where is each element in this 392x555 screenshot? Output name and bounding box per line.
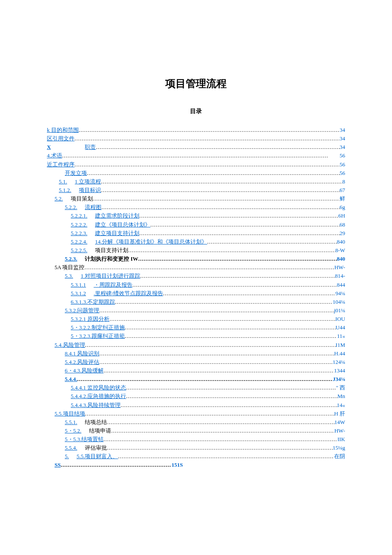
- toc-link[interactable]: k 目的和范围: [47, 126, 79, 134]
- toc-page-number: 34: [340, 134, 345, 143]
- toc-label[interactable]: 职责: [85, 143, 96, 151]
- toc-leader-dots: [84, 263, 334, 272]
- toc-link[interactable]: 5.2.2.2.: [71, 221, 87, 229]
- toc-entry: 5.4.4.J34⅛: [47, 375, 345, 384]
- toc-link[interactable]: 5.2.2.1.: [71, 212, 87, 220]
- toc-link[interactable]: 5.2.: [55, 195, 63, 203]
- toc-link[interactable]: 5.2.2.3.: [71, 229, 87, 238]
- toc-entry: 5.1.2.项目标识67: [47, 186, 345, 195]
- toc-link[interactable]: 5・3.2.3.跟窿纠正措籠: [71, 332, 125, 340]
- toc-page-number: 6g: [340, 203, 345, 212]
- toc-page-number: 94⅛: [335, 289, 345, 298]
- toc-page-number: 29: [340, 229, 345, 238]
- toc-leader-dots: [101, 203, 340, 212]
- toc-entry: 5.1.1 立项流程8: [47, 177, 345, 186]
- toc-page-number: 68: [340, 221, 345, 229]
- toc-entry: 5.2.2.2.建立《项目总体计划》68: [47, 221, 345, 229]
- toc-link[interactable]: 5.2.3.: [65, 255, 77, 263]
- toc-page-number: HW-: [334, 427, 345, 435]
- toc-label[interactable]: 1 立项流程: [75, 177, 101, 186]
- toc-link[interactable]: 5A 项目监控: [55, 263, 84, 272]
- toc-label[interactable]: ・周跟踪及报告: [94, 281, 133, 289]
- toc-link[interactable]: 5.1.2.: [59, 186, 71, 195]
- toc-label[interactable]: 评估审批: [85, 444, 107, 452]
- toc-label[interactable]: 14.分解《项目基准计划》和《项目总体计划》: [95, 238, 207, 246]
- toc-page-number: 14«: [337, 401, 346, 410]
- toc-leader-dots: [207, 238, 337, 246]
- toc-page-number: 840: [337, 255, 346, 263]
- toc-link[interactable]: 5.: [65, 452, 69, 461]
- toc-page-number: 840: [337, 238, 346, 246]
- toc-link[interactable]: 5.3.: [65, 272, 73, 280]
- toc-link[interactable]: 区引用文件: [47, 134, 75, 143]
- toc-leader-dots: [110, 315, 335, 323]
- toc-link[interactable]: 5・3.2.2.制定纠正措施: [71, 323, 125, 332]
- toc-label[interactable]: 项目标识: [79, 186, 101, 195]
- toc-label[interactable]: 结项总结: [85, 418, 107, 427]
- toc-link[interactable]: 5.4.4.2.应急措施的执行: [71, 392, 126, 401]
- toc-link[interactable]: 6・4.3.风险缓解: [65, 366, 104, 375]
- toc-link[interactable]: 5・5.3.结项置牯: [65, 435, 104, 444]
- toc-link[interactable]: 5.4.4.1 监控风险的状态: [71, 384, 126, 392]
- toc-link[interactable]: 5.4.2.风险评估: [65, 358, 99, 366]
- toc-entry: 5.5.4.评估审批15⅛g: [47, 444, 345, 452]
- toc-link[interactable]: 5・5.2.: [65, 427, 81, 435]
- toc-link[interactable]: 5.5.项目结项: [55, 410, 85, 418]
- toc-link[interactable]: 6.3.1.3.不定期跟踪: [71, 298, 115, 306]
- toc-link[interactable]: 5.4.4.3.风险持续管理: [71, 401, 121, 410]
- toc-link[interactable]: 4.术语: [47, 151, 62, 160]
- toc-link[interactable]: 5.2.2.: [65, 203, 77, 212]
- toc-page-number: 1344: [334, 366, 345, 375]
- toc-link[interactable]: SS: [55, 461, 61, 469]
- toc-page-number: 56: [340, 169, 345, 177]
- toc-page-number: HW-: [334, 263, 345, 272]
- toc-label[interactable]: 建立《项目总体计划》: [95, 221, 150, 229]
- toc-entry: 近工作程序56: [47, 160, 345, 169]
- toc-link[interactable]: 5.3.2.问题管理: [65, 306, 99, 315]
- toc-link[interactable]: 5.2.2.4.: [71, 238, 87, 246]
- toc-label[interactable]: .里程碑/绩效节点跟踪及报告: [94, 289, 163, 298]
- toc-entry: 8.4.1 风险识别H.44: [47, 349, 345, 358]
- toc-link[interactable]: 5.5.4.: [65, 444, 77, 452]
- toc-link[interactable]: 开发立项: [65, 169, 87, 177]
- toc-leader-dots: [139, 229, 340, 238]
- toc-link[interactable]: 5.3.1.2: [71, 289, 86, 298]
- toc-page-number: 34: [340, 143, 345, 151]
- toc-link[interactable]: 5.3.1.1: [71, 281, 86, 289]
- toc-label[interactable]: 建立需求阶段计划: [95, 212, 139, 220]
- toc-link[interactable]: 8.4.1 风险识别: [65, 349, 99, 358]
- toc-leader-dots: [115, 298, 333, 306]
- toc-link[interactable]: 近工作程序: [47, 160, 75, 169]
- toc-entry: 5.2.2.流程图6g: [47, 203, 345, 212]
- toc-heading: 目录: [47, 108, 345, 115]
- toc-link[interactable]: 5.2.2.5.: [71, 246, 87, 255]
- toc-leader-dots: [128, 246, 335, 255]
- toc-label[interactable]: 建立项目支持计划: [95, 229, 139, 238]
- toc-link[interactable]: 5.5.1.: [65, 418, 77, 427]
- toc-entry: 5・5.2.结项申请HW-: [47, 427, 345, 435]
- toc-link[interactable]: 5.3.2.1 原因分析: [71, 315, 110, 323]
- toc-label[interactable]: 计划执行和变更控 IW: [85, 255, 138, 263]
- toc-link[interactable]: 5.4.风险管理: [55, 341, 85, 349]
- toc-link[interactable]: 5.4.4.: [65, 375, 77, 384]
- toc-link[interactable]: X: [47, 143, 51, 151]
- toc-entry: 5・3.2.2.制定纠正措施U44: [47, 323, 345, 332]
- toc-label[interactable]: 5.5.项目财富入、: [77, 452, 118, 461]
- toc-label[interactable]: 项目支持计划: [95, 246, 128, 255]
- toc-entry: 5.2.3.计划执行和变更控 IW840: [47, 255, 345, 263]
- toc-label[interactable]: 结项申请: [89, 427, 111, 435]
- toc-page-number: 6H: [338, 212, 345, 220]
- toc-page-number: 8: [343, 177, 346, 186]
- toc-label[interactable]: 1 对照项目计划进行跟踪: [81, 272, 141, 280]
- toc-label[interactable]: 项目策划: [71, 195, 93, 203]
- toc-page-number: 67: [340, 186, 345, 195]
- toc-leader-dots: [126, 392, 337, 401]
- toc-leader-dots: [133, 281, 337, 289]
- toc-entry: 6・4.3.风险缓解1344: [47, 366, 345, 375]
- toc-entry: 5.3.2.问题管理j01⅛: [47, 306, 345, 315]
- toc-entry: 开发立项56: [47, 169, 345, 177]
- toc-label[interactable]: 流程图: [85, 203, 101, 212]
- toc-link[interactable]: 5.1.: [59, 177, 67, 186]
- toc-page-number: H 肝: [334, 410, 345, 418]
- toc-leader-dots: [138, 255, 337, 263]
